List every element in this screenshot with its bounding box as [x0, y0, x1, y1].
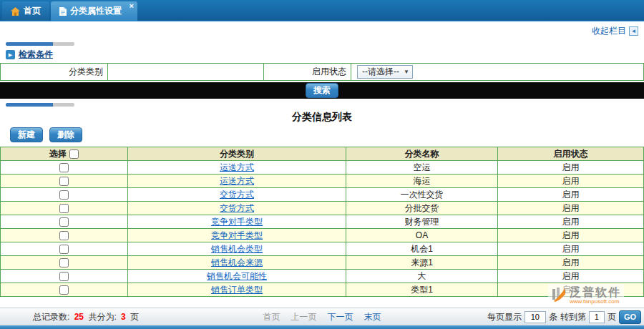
go-button[interactable]: GO [619, 310, 641, 324]
category-name-cell: 分批交货 [346, 202, 498, 215]
table-row: 运送方式 海运 启用 [1, 175, 644, 188]
section-progress-bar-2 [6, 103, 74, 107]
home-icon [11, 7, 20, 16]
per-page-label: 每页显示 [487, 311, 522, 323]
per-page-unit: 条 [549, 311, 557, 323]
category-link[interactable]: 销售机会来源 [211, 257, 263, 267]
category-table-body: 运送方式 空运 启用 运送方式 海运 启用 交货方式 一次性交货 启用 [1, 161, 644, 297]
category-link[interactable]: 销售机会可能性 [207, 271, 267, 281]
table-row: 销售机会来源 来源1 启用 [1, 256, 644, 270]
category-link[interactable]: 交货方式 [220, 190, 254, 200]
row-checkbox[interactable] [59, 272, 69, 281]
select-all-checkbox[interactable] [69, 149, 79, 159]
category-link[interactable]: 竞争对手类型 [211, 230, 263, 240]
table-row: 竞争对手类型 财务管理 启用 [1, 215, 644, 229]
category-name-cell: 类型1 [346, 283, 498, 297]
row-select-cell [1, 270, 128, 283]
row-select-cell [1, 175, 128, 188]
row-category-cell: 竞争对手类型 [128, 229, 346, 242]
row-category-cell: 运送方式 [128, 161, 346, 175]
table-row: 销售机会类型 机会1 启用 [1, 242, 644, 256]
row-category-cell: 运送方式 [128, 175, 346, 188]
goto-page-input[interactable] [589, 311, 605, 323]
row-checkbox[interactable] [59, 163, 69, 172]
watermark-url: www.fanpusoft.com [570, 298, 619, 305]
row-category-cell: 销售机会可能性 [128, 270, 346, 283]
category-link[interactable]: 销售机会类型 [211, 244, 263, 254]
list-title: 分类信息列表 [0, 109, 644, 124]
category-link[interactable]: 运送方式 [220, 162, 254, 172]
category-link[interactable]: 运送方式 [220, 176, 254, 186]
category-input[interactable] [108, 65, 263, 79]
document-icon [59, 7, 67, 16]
search-button-bar: 搜索 [0, 82, 644, 99]
row-checkbox[interactable] [59, 231, 69, 240]
table-row: 销售订单类型 类型1 启用 [1, 283, 644, 297]
status-select[interactable]: --请选择-- ▼ [357, 65, 413, 79]
table-row: 交货方式 一次性交货 启用 [1, 188, 644, 202]
table-row: 销售机会可能性 大 启用 [1, 270, 644, 283]
new-button[interactable]: 新建 [10, 127, 43, 142]
row-checkbox[interactable] [59, 245, 69, 254]
row-select-cell [1, 215, 128, 229]
row-checkbox[interactable] [59, 204, 69, 213]
goto-page-unit: 页 [608, 311, 616, 323]
per-page-input[interactable] [525, 311, 546, 323]
header-category: 分类类别 [128, 147, 346, 161]
row-select-cell [1, 242, 128, 256]
status-filter-label: 启用状态 [264, 64, 351, 81]
record-summary: 总记录数: 25 共分为: 3 页 [33, 311, 139, 323]
collapse-columns-link[interactable]: 收起栏目 [592, 25, 626, 37]
row-checkbox[interactable] [59, 177, 69, 186]
watermark-brand: 泛普软件 [570, 286, 621, 298]
row-select-cell [1, 188, 128, 202]
bottom-accent-strip [0, 325, 644, 329]
row-category-cell: 竞争对手类型 [128, 215, 346, 229]
row-select-cell [1, 283, 128, 297]
header-status: 启用状态 [498, 147, 644, 161]
last-page-link[interactable]: 末页 [364, 311, 381, 323]
page-size-controls: 每页显示 条 转到第 页 GO [487, 308, 641, 325]
search-section-label: 检索条件 [19, 49, 53, 61]
pagination-bar: 总记录数: 25 共分为: 3 页 首页 上一页 下一页 末页 每页显示 条 转… [0, 308, 644, 325]
progress-bar-gray [53, 42, 74, 46]
category-name-cell: 财务管理 [346, 215, 498, 229]
table-row: 交货方式 分批交货 启用 [1, 202, 644, 215]
category-link[interactable]: 销售订单类型 [211, 285, 263, 295]
category-filter-label: 分类类别 [1, 64, 108, 81]
next-page-link[interactable]: 下一页 [328, 311, 353, 323]
row-checkbox[interactable] [59, 258, 69, 267]
collapse-icon[interactable]: ◄ [629, 26, 638, 36]
status-cell: 启用 [498, 175, 644, 188]
goto-page-label: 转到第 [560, 311, 586, 323]
arrow-right-icon: ▶ [6, 50, 15, 59]
category-name-cell: 海运 [346, 175, 498, 188]
header-select-label: 选择 [49, 148, 67, 160]
page-nav-links: 首页 上一页 下一页 末页 [263, 311, 381, 323]
status-cell: 启用 [498, 161, 644, 175]
delete-button[interactable]: 删除 [49, 127, 82, 142]
category-name-cell: 大 [346, 270, 498, 283]
tab-home[interactable]: 首页 [2, 1, 49, 21]
row-checkbox[interactable] [59, 190, 69, 200]
category-name-cell: OA [346, 229, 498, 242]
progress-bar-blue [6, 42, 53, 46]
status-cell: 启用 [498, 188, 644, 202]
status-cell: 启用 [498, 229, 644, 242]
row-checkbox[interactable] [59, 217, 69, 227]
status-cell: 启用 [498, 202, 644, 215]
prev-page-link: 上一页 [291, 311, 317, 323]
close-icon[interactable]: × [130, 1, 134, 10]
search-button[interactable]: 搜索 [306, 83, 338, 98]
status-cell: 启用 [498, 270, 644, 283]
status-cell: 启用 [498, 256, 644, 270]
category-link[interactable]: 竞争对手类型 [211, 217, 263, 227]
tab-category-settings[interactable]: 分类属性设置 × [51, 1, 137, 21]
status-cell: 启用 [498, 242, 644, 256]
total-pages-value: 3 [119, 312, 128, 322]
row-checkbox[interactable] [59, 285, 69, 295]
search-form-table: 分类类别 启用状态 --请选择-- ▼ [0, 63, 644, 81]
first-page-link: 首页 [263, 311, 280, 323]
progress-bar-gray [53, 103, 74, 107]
category-link[interactable]: 交货方式 [220, 203, 254, 213]
